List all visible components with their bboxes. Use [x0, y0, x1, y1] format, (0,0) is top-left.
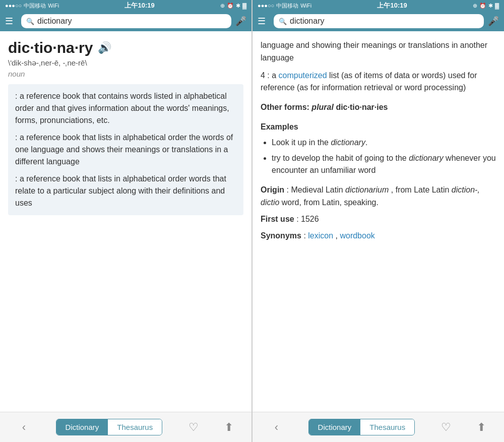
origin-italic1: dictionarium	[345, 185, 389, 194]
dictionary-tab-right[interactable]: Dictionary	[309, 419, 361, 435]
continuing-definition: language and showing their meanings or t…	[261, 39, 496, 65]
battery-icon-r: ▓	[495, 3, 499, 9]
search-text-right: dictionary	[290, 17, 479, 26]
origin-italic2: diction-,	[452, 185, 480, 194]
first-use-value: 1526	[301, 215, 319, 223]
mic-icon-left[interactable]: 🎤	[235, 16, 246, 27]
status-bar-left: ●●●○○ 中国移动 WiFi 上午10:19 ⊕ ⏰ ✱ ▓	[0, 0, 251, 11]
other-forms-italic: plural	[311, 103, 336, 111]
definition-1: : a reference book that contains words l…	[15, 90, 236, 127]
search-text-left: dictionary	[37, 17, 226, 26]
example-1: Look it up in the dictionary.	[272, 137, 496, 149]
mic-icon-right[interactable]: 🎤	[488, 16, 499, 27]
synonyms-block: Synonyms : lexicon , wordbook	[261, 230, 496, 242]
examples-label: Examples	[261, 121, 496, 134]
status-left: ●●●○○ 中国移动 WiFi	[5, 2, 59, 10]
origin-colon: : Medieval Latin	[287, 185, 346, 194]
share-icon-right[interactable]: ⬆	[477, 421, 486, 434]
origin-mid: , from Late Latin	[391, 185, 452, 194]
status-right-r: ⊕ ⏰ ✱ ▓	[473, 3, 499, 9]
left-content: dic·tio·na·ry 🔊 \'dik-shə-ˌner-ē, -ˌne-r…	[0, 31, 251, 412]
examples-list: Look it up in the dictionary. try to dev…	[261, 137, 496, 177]
def4-prefix: 4 : a	[261, 71, 276, 80]
carrier-right: 中国移动	[276, 2, 298, 10]
tab-group-right: Dictionary Thesaurus	[308, 419, 415, 435]
status-right: ⊕ ⏰ ✱ ▓	[220, 3, 246, 9]
pronunciation: \'dik-shə-ˌner-ē, -ˌne-rē\	[8, 58, 243, 68]
other-forms-label: Other forms:	[261, 103, 309, 111]
search-input-wrap-left[interactable]: 🔍 dictionary	[21, 14, 231, 28]
definition-block: : a reference book that contains words l…	[8, 84, 243, 215]
word-text: dic·tio·na·ry	[8, 39, 93, 56]
synonym-1[interactable]: lexicon	[308, 231, 333, 240]
bluetooth-icon-r: ✱	[488, 3, 493, 9]
status-bar-right: ●●●○○ 中国移动 WiFi 上午10:19 ⊕ ⏰ ✱ ▓	[253, 0, 504, 11]
first-use-label: First use	[261, 215, 294, 223]
back-btn-left[interactable]: ‹	[18, 421, 30, 434]
hamburger-icon-right[interactable]: ☰	[258, 16, 270, 27]
time-right: 上午10:19	[377, 1, 407, 10]
bluetooth-icon: ✱	[236, 3, 240, 9]
tab-bar-right: ‹ Dictionary Thesaurus ♡ ⬆	[253, 412, 504, 442]
alarm-icon-r: ⏰	[479, 3, 486, 9]
def4-link[interactable]: computerized	[279, 71, 330, 80]
tab-group-left: Dictionary Thesaurus	[56, 419, 163, 435]
heart-icon-right[interactable]: ♡	[441, 421, 451, 434]
right-panel: ●●●○○ 中国移动 WiFi 上午10:19 ⊕ ⏰ ✱ ▓ ☰ 🔍 dict…	[252, 0, 504, 442]
search-bar-right: ☰ 🔍 dictionary 🎤	[253, 11, 504, 31]
right-content: language and showing their meanings or t…	[261, 39, 496, 242]
first-use: First use : 1526	[261, 213, 496, 226]
definition-4: 4 : a computerized list (as of items of …	[261, 70, 496, 95]
status-left-r: ●●●○○ 中国移动 WiFi	[258, 2, 311, 10]
example-2: try to develop the habit of going to the…	[272, 152, 496, 177]
time-left: 上午10:19	[124, 1, 154, 10]
dictionary-tab-left[interactable]: Dictionary	[56, 419, 108, 435]
example-2-italic: dictionary	[409, 154, 443, 162]
search-bar-left: ☰ 🔍 dictionary 🎤	[0, 11, 251, 31]
word-title: dic·tio·na·ry 🔊	[8, 39, 243, 56]
origin-block: Origin : Medieval Latin dictionarium , f…	[261, 184, 496, 209]
part-of-speech: noun	[8, 70, 243, 78]
definition-3: : a reference book that lists in alphabe…	[15, 173, 236, 209]
battery-icon: ▓	[242, 3, 246, 9]
signal-dots: ●●●○○	[5, 3, 22, 9]
signal-dots-r: ●●●○○	[258, 3, 274, 9]
synonyms-label: Synonyms	[261, 231, 301, 240]
location-icon-r: ⊕	[473, 3, 477, 9]
right-content-area: language and showing their meanings or t…	[253, 31, 504, 412]
wifi-icon-right: WiFi	[300, 3, 311, 9]
heart-icon-left[interactable]: ♡	[188, 421, 199, 434]
alarm-icon: ⏰	[227, 3, 234, 9]
definition-2: : a reference book that lists in alphabe…	[15, 132, 236, 168]
hamburger-icon-left[interactable]: ☰	[5, 16, 17, 27]
search-icon-left: 🔍	[26, 18, 34, 25]
origin-italic3: dictio	[261, 198, 279, 207]
thesaurus-tab-left[interactable]: Thesaurus	[108, 419, 162, 435]
back-btn-right[interactable]: ‹	[271, 421, 282, 434]
example-1-italic: dictionary	[331, 138, 365, 147]
location-icon: ⊕	[220, 3, 225, 9]
left-panel: ●●●○○ 中国移动 WiFi 上午10:19 ⊕ ⏰ ✱ ▓ ☰ 🔍 dict…	[0, 0, 252, 442]
synonym-2[interactable]: wordbook	[340, 231, 374, 240]
thesaurus-tab-right[interactable]: Thesaurus	[360, 419, 414, 435]
search-input-wrap-right[interactable]: 🔍 dictionary	[274, 14, 484, 28]
origin-end: word, from Latin, speaking.	[282, 198, 379, 207]
tab-bar-left: ‹ Dictionary Thesaurus ♡ ⬆	[0, 412, 251, 442]
carrier-left: 中国移动	[24, 2, 46, 10]
share-icon-left[interactable]: ⬆	[224, 421, 233, 434]
synonyms-colon: :	[303, 231, 308, 240]
speaker-icon[interactable]: 🔊	[98, 41, 111, 54]
wifi-icon-left: WiFi	[48, 3, 59, 9]
other-forms-section: Other forms: plural dic·tio·nar·ies	[261, 101, 496, 114]
search-icon-right: 🔍	[279, 18, 287, 25]
origin-label: Origin	[261, 185, 284, 194]
first-use-colon: :	[296, 215, 301, 223]
other-forms-word: dic·tio·nar·ies	[336, 103, 388, 111]
